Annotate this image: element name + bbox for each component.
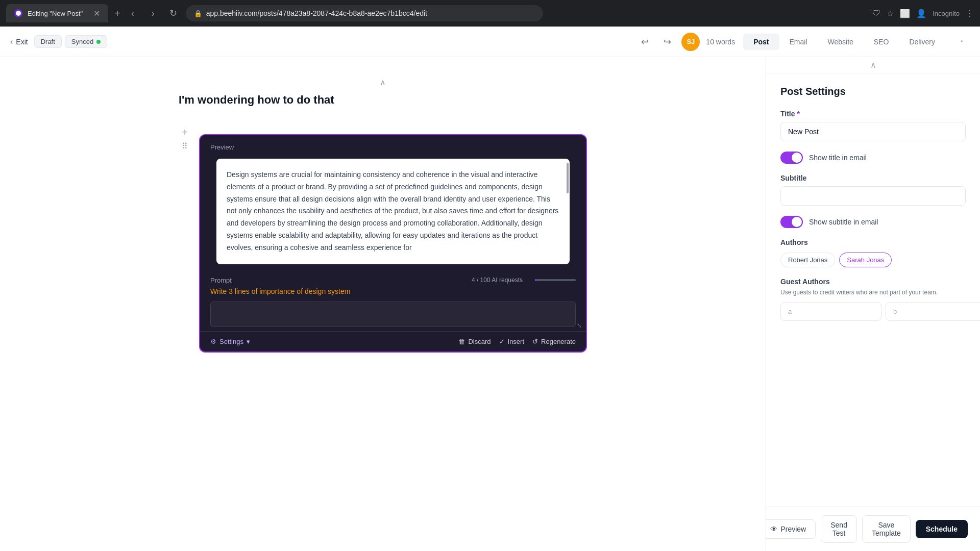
- extensions-icon[interactable]: ⬜: [900, 9, 910, 18]
- ai-preview-label: Preview: [210, 143, 234, 151]
- ai-prompt-label: Prompt: [210, 277, 472, 284]
- exit-button[interactable]: ‹ Exit: [10, 37, 28, 46]
- show-subtitle-label: Show subtitle in email: [809, 218, 878, 226]
- toolbar-left: ‹ Exit Draft Synced: [10, 35, 628, 48]
- ai-request-info: 4 / 100 AI requests: [472, 277, 576, 284]
- ai-prompt-input-area: ⤡: [200, 302, 586, 331]
- shield-icon: 🛡: [872, 9, 880, 18]
- send-test-button[interactable]: Send Test: [821, 515, 857, 543]
- browser-controls: 🛡 ☆ ⬜ 👤 Incognito ⋮: [872, 9, 974, 18]
- save-template-button[interactable]: Save Template: [862, 515, 911, 543]
- synced-badge[interactable]: Synced: [65, 35, 107, 48]
- browser-chrome: Editing "New Post" ✕ + ‹ › ↻ 🔒 app.beehi…: [0, 0, 980, 27]
- toolbar-center: ↩ ↪ SJ 10 words: [636, 33, 735, 51]
- check-icon: ✓: [499, 338, 505, 345]
- exit-label: Exit: [16, 38, 28, 46]
- tab-close-button[interactable]: ✕: [93, 9, 100, 18]
- authors-label: Authors: [780, 238, 966, 246]
- ai-preview-text: Design systems are crucial for maintaini…: [227, 169, 559, 254]
- ai-panel-footer: ⚙ Settings ▾ 🗑 Discard ✓ Insert: [200, 331, 586, 352]
- show-subtitle-toggle[interactable]: [780, 216, 803, 228]
- progress-fill: [535, 279, 536, 281]
- guest-authors-section: Guest Authors Use guests to credit write…: [780, 278, 966, 321]
- author-chip-robert[interactable]: Robert Jonas: [780, 253, 835, 267]
- synced-label: Synced: [71, 38, 93, 45]
- tab-post[interactable]: Post: [743, 34, 779, 50]
- editor-area[interactable]: ∧ I'm wondering how to do that + ⠿ Previ…: [0, 57, 766, 551]
- undo-button[interactable]: ↩: [636, 34, 653, 50]
- back-arrow-icon: ‹: [10, 37, 13, 46]
- sidebar-toggle-button[interactable]: ⬝: [953, 34, 970, 50]
- ai-request-count: 4 / 100 AI requests: [472, 277, 523, 284]
- tab-seo[interactable]: SEO: [864, 34, 899, 50]
- settings-icon: ⚙: [210, 338, 216, 345]
- schedule-button[interactable]: Schedule: [916, 520, 968, 538]
- editor-content: ∧ I'm wondering how to do that + ⠿ Previ…: [179, 78, 587, 353]
- scroll-up-indicator[interactable]: ∧: [179, 78, 587, 87]
- guest-authors-hint: Use guests to credit writers who are not…: [780, 289, 966, 296]
- tab-website[interactable]: Website: [818, 34, 864, 50]
- tab-favicon: [14, 9, 22, 17]
- title-field: Title *: [780, 110, 966, 141]
- resize-handle-icon[interactable]: ⤡: [577, 322, 582, 329]
- authors-section: Authors Robert Jonas Sarah Jonas: [780, 238, 966, 267]
- word-count: 10 words: [706, 38, 735, 46]
- forward-button[interactable]: ›: [145, 5, 161, 21]
- browser-nav: ‹ › ↻ 🔒 app.beehiiv.com/posts/478a23a8-2…: [125, 5, 863, 21]
- toggle-knob-2: [792, 217, 802, 227]
- tab-delivery[interactable]: Delivery: [899, 34, 945, 50]
- browser-tab[interactable]: Editing "New Post" ✕: [6, 4, 108, 22]
- reload-button[interactable]: ↻: [165, 5, 182, 21]
- profile-icon[interactable]: 👤: [916, 9, 926, 18]
- preview-button[interactable]: 👁 Preview: [766, 519, 816, 539]
- ai-preview-content[interactable]: Design systems are crucial for maintaini…: [216, 159, 570, 264]
- guest-author-inputs: [780, 302, 966, 321]
- ai-settings-button[interactable]: ⚙ Settings ▾: [210, 338, 250, 345]
- guest-author-input-1[interactable]: [780, 302, 881, 321]
- show-title-label: Show title in email: [809, 154, 867, 162]
- ai-regenerate-button[interactable]: ↺ Regenerate: [532, 338, 576, 345]
- ai-insert-button[interactable]: ✓ Insert: [499, 338, 525, 345]
- block-controls: + ⠿: [179, 119, 191, 151]
- lock-icon: 🔒: [194, 10, 202, 17]
- menu-icon[interactable]: ⋮: [966, 9, 974, 18]
- scroll-up-button[interactable]: ∧: [766, 57, 980, 73]
- add-block-button[interactable]: +: [179, 126, 191, 138]
- url-text: app.beehiiv.com/posts/478a23a8-2087-424c…: [206, 9, 427, 17]
- author-chip-sarah[interactable]: Sarah Jonas: [839, 253, 892, 267]
- draft-badge[interactable]: Draft: [34, 35, 62, 48]
- redo-button[interactable]: ↪: [659, 34, 675, 50]
- drag-handle-icon[interactable]: ⠿: [182, 141, 188, 151]
- ai-prompt-section: Prompt Write 3 lines of importance of de…: [200, 270, 586, 302]
- preview-icon: 👁: [770, 525, 777, 533]
- required-indicator: *: [797, 110, 800, 118]
- show-title-toggle[interactable]: [780, 152, 803, 164]
- user-avatar[interactable]: SJ: [681, 33, 700, 51]
- post-settings-title: Post Settings: [780, 86, 966, 97]
- ai-progress-bar: [535, 279, 576, 281]
- ai-prompt-input[interactable]: [210, 302, 576, 327]
- synced-dot-icon: [96, 40, 101, 44]
- show-subtitle-toggle-row: Show subtitle in email: [780, 216, 966, 228]
- title-field-label: Title *: [780, 110, 966, 118]
- sidebar-footer: 👁 Preview Send Test Save Template Schedu…: [766, 507, 980, 551]
- subtitle-input[interactable]: [780, 186, 966, 206]
- back-button[interactable]: ‹: [125, 5, 141, 21]
- guest-author-input-2[interactable]: [886, 302, 980, 321]
- tab-email[interactable]: Email: [779, 34, 818, 50]
- tab-title: Editing "New Post": [28, 10, 88, 17]
- svg-point-0: [16, 11, 21, 16]
- ai-discard-button[interactable]: 🗑 Discard: [458, 338, 491, 345]
- trash-icon: 🗑: [458, 338, 465, 345]
- title-input[interactable]: [780, 122, 966, 141]
- ai-panel: Preview Design systems are crucial for m…: [199, 134, 587, 353]
- scrollbar-thumb: [567, 163, 569, 193]
- main-layout: ∧ I'm wondering how to do that + ⠿ Previ…: [0, 57, 980, 551]
- address-bar[interactable]: 🔒 app.beehiiv.com/posts/478a23a8-2087-42…: [186, 5, 543, 21]
- block-row: + ⠿ Preview Design systems are crucial f…: [179, 119, 587, 353]
- new-tab-button[interactable]: +: [114, 8, 120, 19]
- authors-list: Robert Jonas Sarah Jonas: [780, 253, 966, 267]
- draft-status: Draft Synced: [34, 35, 108, 48]
- star-icon[interactable]: ☆: [887, 9, 894, 18]
- editor-title[interactable]: I'm wondering how to do that: [179, 93, 587, 107]
